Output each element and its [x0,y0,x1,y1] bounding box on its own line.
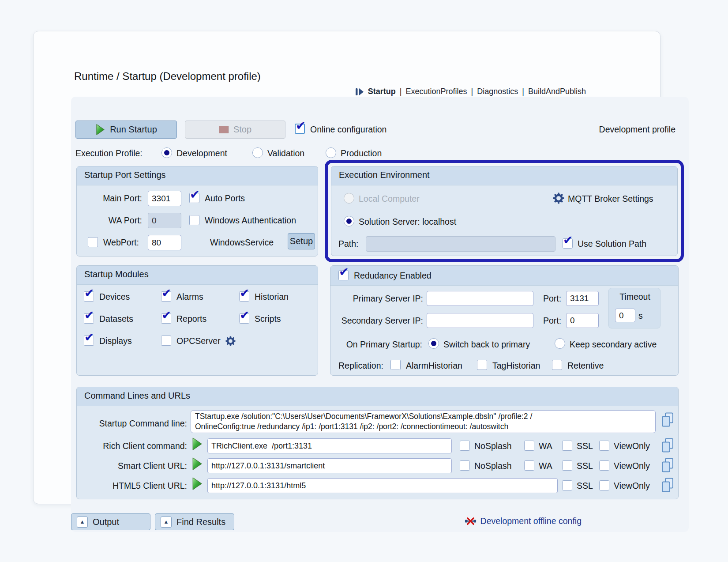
on-primary-startup-label: On Primary Startup: [330,339,422,350]
launch-html5-client-icon[interactable] [191,477,203,490]
rich-client-viewonly-checkbox[interactable] [599,441,609,451]
module-historian-checkbox[interactable] [239,291,249,302]
html5-client-viewonly-checkbox[interactable] [599,480,609,490]
online-configuration-checkbox[interactable] [295,124,305,134]
redundancy-panel: Redudancy Enabled Primary Server IP: Por… [330,265,679,376]
secondary-server-ip-label: Secondary Server IP: [330,315,423,326]
html5-client-ssl-checkbox[interactable] [562,480,572,490]
html5-client-url-input[interactable] [207,478,558,493]
execution-profile-label: Execution Profile: [75,148,143,159]
timeout-input[interactable] [615,309,635,322]
offline-disconnected-icon [465,515,477,527]
find-results-button-label: Find Results [176,517,225,527]
smart-client-url-label: Smart Client URL: [77,460,187,471]
breadcrumb-play-icon [355,88,364,96]
copy-rich-client-icon[interactable] [661,438,674,453]
module-displays-label: Displays [99,336,132,347]
smart-client-ssl-label: SSL [577,460,593,471]
copy-smart-client-icon[interactable] [661,457,674,473]
redundancy-enabled-checkbox[interactable] [338,270,349,280]
profile-validation-radio[interactable] [252,147,263,158]
smart-client-wa-label: WA [539,460,552,471]
module-displays-checkbox[interactable] [84,336,94,346]
offline-config-label: Development offline config [480,516,582,526]
launch-smart-client-icon[interactable] [191,457,203,471]
smart-client-viewonly-checkbox[interactable] [599,460,609,471]
keep-secondary-active-radio[interactable] [555,338,565,349]
rich-client-wa-label: WA [539,441,552,452]
rich-client-ssl-checkbox[interactable] [562,441,572,451]
module-historian-label: Historian [255,291,289,302]
tab-build-and-publish[interactable]: BuildAndPublish [528,87,586,96]
stop-button: Stop [185,121,285,139]
replication-retentive-checkbox[interactable] [552,360,562,370]
primary-port-input[interactable] [566,291,599,306]
local-computer-label: Local Computer [359,193,420,204]
rich-client-nosplash-checkbox[interactable] [460,441,470,451]
rich-client-command-input[interactable] [207,438,452,453]
launch-rich-client-icon[interactable] [191,437,203,451]
use-solution-path-checkbox[interactable] [563,238,573,249]
switch-back-to-primary-radio[interactable] [428,338,439,349]
offline-config-status: Development offline config [465,515,582,527]
online-configuration-label: Online configuration [310,124,387,135]
wa-port-label: WA Port: [86,215,142,226]
secondary-port-input[interactable] [566,313,599,328]
profile-development-radio[interactable] [161,147,172,158]
replication-label: Replication: [338,360,383,371]
copy-html5-client-icon[interactable] [661,477,674,493]
tab-execution-profiles[interactable]: ExecutionProfiles [405,87,467,96]
find-results-panel-button[interactable]: ▲ Find Results [155,513,234,530]
smart-client-url-input[interactable] [207,458,452,473]
smart-client-wa-checkbox[interactable] [524,460,534,471]
solution-server-radio[interactable] [344,216,354,226]
keep-secondary-active-label: Keep secondary active [570,339,657,350]
module-devices-checkbox[interactable] [84,291,94,302]
primary-server-ip-input[interactable] [427,291,533,306]
mqtt-broker-settings-label[interactable]: MQTT Broker Settings [568,193,653,204]
profile-production-radio[interactable] [326,147,336,158]
main-port-input[interactable] [148,191,181,206]
secondary-port-label: Port: [543,315,561,326]
smart-client-ssl-checkbox[interactable] [562,460,572,471]
opcserver-settings-gear-icon[interactable] [225,336,236,346]
module-scripts-label: Scripts [255,313,281,324]
timeout-unit-label: s [638,310,643,321]
module-datasets-label: Datasets [99,313,133,324]
auto-ports-checkbox[interactable] [189,193,199,203]
secondary-server-ip-input[interactable] [427,313,533,328]
replication-alarmhistorian-checkbox[interactable] [390,360,401,370]
copy-startup-command-icon[interactable] [661,412,674,428]
path-label: Path: [338,238,359,249]
primary-server-ip-label: Primary Server IP: [330,293,423,304]
webport-input[interactable] [148,235,181,250]
windows-authentication-checkbox[interactable] [189,215,199,225]
run-play-icon [95,124,105,136]
rich-client-command-label: Rich Client command: [77,441,187,452]
webport-label: WebPort: [103,237,139,248]
module-alarms-checkbox[interactable] [161,291,171,302]
output-panel-button[interactable]: ▲ Output [71,513,150,530]
startup-command-line-input[interactable]: TStartup.exe /solution:"C:\Users\User\Do… [191,410,656,433]
rich-client-viewonly-label: ViewOnly [614,441,650,452]
rich-client-wa-checkbox[interactable] [524,441,534,451]
run-startup-button[interactable]: Run Startup [75,121,177,139]
replication-retentive-label: Retentive [567,360,604,371]
execution-environment-title: Execution Environment [339,170,430,180]
module-alarms-label: Alarms [176,291,203,302]
windows-service-setup-button[interactable]: Setup [288,233,315,249]
mqtt-gear-icon[interactable] [553,192,564,204]
module-reports-label: Reports [176,313,206,324]
webport-checkbox[interactable] [88,237,98,247]
replication-taghistorian-checkbox[interactable] [477,360,487,370]
breadcrumb-separator: | [471,87,473,96]
module-opcserver-checkbox[interactable] [161,336,171,346]
module-datasets-checkbox[interactable] [84,313,94,324]
module-reports-checkbox[interactable] [161,313,171,324]
smart-client-nosplash-checkbox[interactable] [460,460,470,471]
tab-startup[interactable]: Startup [368,87,396,96]
html5-client-url-label: HTML5 Client URL: [77,480,187,491]
module-scripts-checkbox[interactable] [239,313,249,324]
breadcrumb: Startup | ExecutionProfiles | Diagnostic… [355,87,586,96]
tab-diagnostics[interactable]: Diagnostics [477,87,518,96]
